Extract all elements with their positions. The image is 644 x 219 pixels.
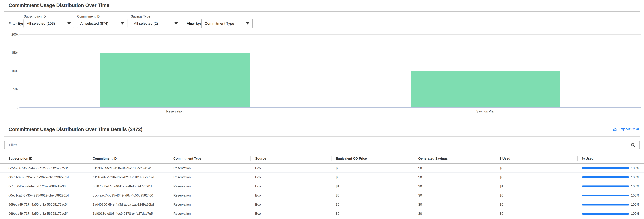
- cell-commitment-type: Reservation: [169, 203, 250, 206]
- column-header-percent-used: % Used: [577, 154, 644, 163]
- table-filter: [4, 141, 640, 149]
- cell-equivalent-od-price: $0: [331, 193, 414, 197]
- gridline: [20, 35, 641, 35]
- cell-used-percent-label: 100%: [631, 193, 639, 197]
- y-axis-tick-label: 0: [4, 105, 18, 109]
- export-csv-label: Export CSV: [618, 127, 639, 131]
- y-axis-tick-label: 150k: [4, 51, 18, 55]
- cell-commitment-id: 1ef0013d-e8b8-4dc9-9178-e4fa27daa7e5: [88, 212, 169, 215]
- cell-percent-used: 100%: [577, 203, 644, 206]
- column-divider: [88, 154, 88, 219]
- cell-commitment-id: 0f7875b8-d7c6-46d4-baa8-d58247769f1f: [88, 184, 169, 188]
- used-percent-bar-fill: [582, 167, 629, 169]
- download-icon: [613, 127, 617, 131]
- cell-source: Eco: [250, 203, 331, 206]
- cell-dollars-used: $0: [495, 193, 577, 197]
- cell-used-percent-label: 100%: [631, 203, 639, 206]
- cell-source: Eco: [250, 193, 331, 197]
- cell-subscription-id: 8c1d5645-5fef-4a4c-b120-7708891fa38f: [0, 184, 88, 188]
- cell-generated-savings: $0: [414, 184, 495, 188]
- y-axis-tick-label: 50k: [4, 87, 18, 91]
- cell-commitment-type: Reservation: [169, 166, 250, 170]
- cell-commitment-id: 0153025f-fcd8-45f6-9429-e705ece9414c: [88, 166, 169, 170]
- used-percent-bar-fill: [582, 176, 629, 178]
- cell-source: Eco: [250, 166, 331, 170]
- column-header-equivalent-od-price: Equivalent OD Price: [331, 154, 414, 163]
- cell-equivalent-od-price: $1: [331, 184, 414, 188]
- cell-percent-used: 100%: [577, 193, 644, 197]
- cell-percent-used: 100%: [577, 166, 644, 170]
- table-row[interactable]: 969eda49-717f-4a50-bf3a-56558172ac5f 1ef…: [0, 209, 644, 218]
- table-row[interactable]: 969eda49-717f-4a50-bf3a-56558172ac5f 1ad…: [0, 200, 644, 209]
- cell-equivalent-od-price: $0: [331, 166, 414, 170]
- table-row[interactable]: 8c1d5645-5fef-4a4c-b120-7708891fa38f 0f7…: [0, 182, 644, 191]
- cell-used-percent-label: 100%: [631, 212, 639, 215]
- cell-used-percent-label: 100%: [631, 184, 639, 188]
- table-row[interactable]: 0e5a2667-fb0c-4456-b127-503f2529750c 015…: [0, 164, 644, 173]
- x-axis-category-label: Savings Plan: [453, 110, 518, 113]
- cell-dollars-used: $0: [495, 175, 577, 179]
- used-percent-bar-fill: [582, 204, 629, 205]
- used-percent-bar-fill: [582, 194, 629, 196]
- cell-used-percent-label: 100%: [631, 166, 639, 170]
- table-row[interactable]: d0ec1ca8-8a35-4935-9622-cbefc9922014 e11…: [0, 173, 644, 182]
- table-filter-input[interactable]: [4, 141, 640, 149]
- cell-generated-savings: $0: [414, 203, 495, 206]
- cell-dollars-used: $1: [495, 184, 577, 188]
- commitment-usage-page: Commitment Usage Distribution Over Time …: [0, 0, 644, 219]
- cell-commitment-id: 1ad40700-6f4e-4a3d-abba-1ab1249a86bd: [88, 203, 169, 206]
- cell-commitment-id: dbc4aac7-bd35-4342-af6c-4c56b9582400: [88, 193, 169, 197]
- used-percent-bar-fill: [582, 213, 629, 214]
- x-axis-category-label: Reservation: [142, 110, 208, 113]
- cell-generated-savings: $0: [414, 193, 495, 197]
- cell-percent-used: 100%: [577, 212, 644, 215]
- used-percent-bar-fill: [582, 185, 629, 187]
- cell-subscription-id: 969eda49-717f-4a50-bf3a-56558172ac5f: [0, 212, 88, 215]
- cell-commitment-type: Reservation: [169, 212, 250, 215]
- search-icon: [631, 143, 635, 147]
- cell-generated-savings: $0: [414, 212, 495, 215]
- cell-percent-used: 100%: [577, 175, 644, 179]
- column-header-commitment-type: Commitment Type: [169, 154, 250, 163]
- cell-dollars-used: $0: [495, 166, 577, 170]
- column-header-subscription-id: Subscription ID: [0, 154, 88, 163]
- cell-equivalent-od-price: $0: [331, 212, 414, 215]
- cell-source: Eco: [250, 184, 331, 188]
- column-header-dollars-used: $ Used: [495, 154, 577, 163]
- table-body: 0e5a2667-fb0c-4456-b127-503f2529750c 015…: [0, 164, 644, 218]
- table-row[interactable]: d0ec1ca8-8a35-4935-9622-cbefc9922014 dbc…: [0, 191, 644, 200]
- cell-commitment-id: e1110ad7-4d96-4d22-824a-d181a80ecd7d: [88, 175, 169, 179]
- cell-commitment-type: Reservation: [169, 175, 250, 179]
- cell-dollars-used: $0: [495, 203, 577, 206]
- y-axis-tick-label: 200k: [4, 33, 18, 36]
- column-header-generated-savings: Generated Savings: [414, 154, 495, 163]
- column-header-source: Source: [250, 154, 331, 163]
- cell-generated-savings: $0: [414, 166, 495, 170]
- cell-equivalent-od-price: $0: [331, 203, 414, 206]
- chart-bar-savings-plan[interactable]: [411, 71, 560, 107]
- cell-commitment-type: Reservation: [169, 184, 250, 188]
- cell-commitment-type: Reservation: [169, 193, 250, 197]
- gridline: [20, 53, 641, 53]
- cell-source: Eco: [250, 212, 331, 215]
- commitment-usage-bar-chart: 050k100k150k200kReservationSavings Plan: [0, 0, 644, 117]
- export-csv-button[interactable]: Export CSV: [613, 127, 639, 131]
- cell-subscription-id: 969eda49-717f-4a50-bf3a-56558172ac5f: [0, 203, 88, 206]
- column-header-commitment-id: Commitment ID: [88, 154, 169, 163]
- details-table: Subscription ID Commitment ID Commitment…: [0, 154, 644, 219]
- y-axis-tick-label: 100k: [4, 69, 18, 73]
- cell-equivalent-od-price: $0: [331, 175, 414, 179]
- chart-bar-reservation[interactable]: [100, 53, 250, 107]
- cell-subscription-id: d0ec1ca8-8a35-4935-9622-cbefc9922014: [0, 175, 88, 179]
- cell-percent-used: 100%: [577, 184, 644, 188]
- cell-subscription-id: d0ec1ca8-8a35-4935-9622-cbefc9922014: [0, 193, 88, 197]
- cell-dollars-used: $0: [495, 212, 577, 215]
- divider: [4, 136, 640, 136]
- details-title: Commitment Usage Distribution Over Time …: [8, 127, 142, 132]
- table-header-row: Subscription ID Commitment ID Commitment…: [0, 154, 644, 164]
- cell-subscription-id: 0e5a2667-fb0c-4456-b127-503f2529750c: [0, 166, 88, 170]
- cell-generated-savings: $0: [414, 175, 495, 179]
- cell-used-percent-label: 100%: [631, 175, 639, 179]
- cell-source: Eco: [250, 175, 331, 179]
